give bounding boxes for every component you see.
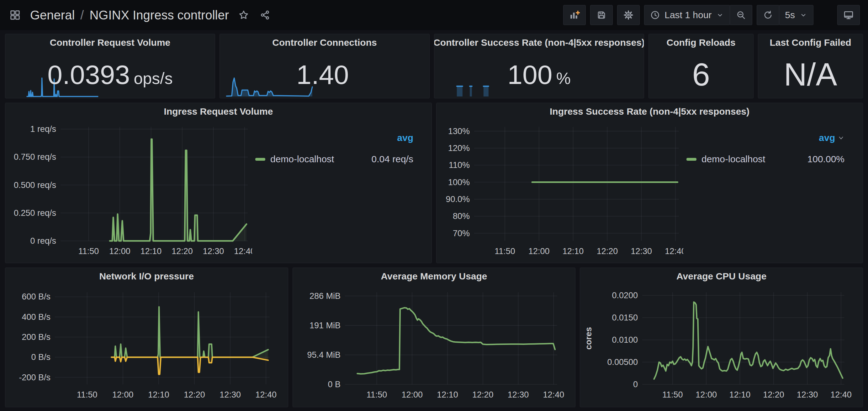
zoom-out-icon	[736, 10, 746, 20]
svg-text:12:30: 12:30	[203, 246, 224, 256]
panel-controller-connections: Controller Connections 1.40	[219, 34, 430, 98]
panel-title[interactable]: Average Memory Usage	[293, 268, 576, 285]
svg-text:12:30: 12:30	[507, 390, 529, 400]
svg-text:0 req/s: 0 req/s	[30, 236, 56, 246]
svg-text:600 B/s: 600 B/s	[22, 292, 51, 301]
svg-text:0.750 req/s: 0.750 req/s	[14, 152, 56, 162]
chevron-down-icon	[716, 11, 724, 19]
star-icon[interactable]	[237, 8, 250, 22]
svg-text:70%: 70%	[453, 229, 470, 238]
legend-column-avg[interactable]: avg	[255, 133, 413, 143]
svg-text:0.250 req/s: 0.250 req/s	[14, 208, 56, 218]
stat-body: 100%	[434, 51, 644, 98]
monitor-icon	[843, 10, 854, 20]
panel-title[interactable]: Controller Success Rate (non-4|5xx respo…	[434, 34, 644, 51]
svg-text:12:10: 12:10	[437, 390, 458, 400]
add-panel-button[interactable]	[563, 5, 586, 25]
refresh-interval-picker[interactable]: 5s	[779, 5, 813, 25]
series-name[interactable]: demo-localhost	[702, 154, 765, 165]
svg-text:130%: 130%	[448, 127, 470, 136]
svg-text:12:40: 12:40	[234, 246, 252, 256]
panel-title[interactable]: Average CPU Usage	[580, 268, 863, 285]
svg-text:12:40: 12:40	[830, 390, 852, 400]
svg-text:cores: cores	[584, 327, 593, 350]
dashboards-grid-icon[interactable]	[8, 8, 22, 22]
svg-text:200 B/s: 200 B/s	[22, 332, 51, 342]
legend-column-avg[interactable]: avg	[686, 133, 844, 143]
svg-text:0.0100: 0.0100	[612, 335, 638, 345]
ingress-success-rate-chart[interactable]: 11:5012:0012:1012:2012:3012:4070%80%90.0…	[438, 122, 683, 260]
svg-text:11:50: 11:50	[495, 246, 515, 256]
svg-text:12:30: 12:30	[219, 390, 241, 400]
svg-text:12:20: 12:20	[172, 246, 193, 256]
svg-text:11:50: 11:50	[366, 390, 387, 400]
svg-text:11:50: 11:50	[662, 390, 683, 400]
panel-controller-success-rate: Controller Success Rate (non-4|5xx respo…	[434, 34, 644, 98]
series-color-marker	[255, 158, 265, 161]
panel-config-reloads: Config Reloads 6	[649, 34, 753, 98]
svg-text:0.0200: 0.0200	[612, 291, 638, 300]
average-memory-chart[interactable]: 11:5012:0012:1012:2012:3012:400 B95.4 Mi…	[295, 287, 572, 404]
network-io-chart[interactable]: 11:5012:0012:1012:2012:3012:40-200 B/s0 …	[7, 287, 284, 404]
panel-title[interactable]: Config Reloads	[649, 34, 753, 51]
svg-text:0: 0	[633, 380, 638, 389]
ingress-request-volume-chart[interactable]: 11:5012:0012:1012:2012:3012:400 req/s0.2…	[7, 122, 252, 260]
svg-text:0.00500: 0.00500	[608, 357, 638, 367]
save-dashboard-button[interactable]	[590, 5, 613, 25]
svg-text:12:00: 12:00	[696, 390, 717, 400]
cycle-view-mode-button[interactable]	[837, 5, 860, 25]
panel-title[interactable]: Last Config Failed	[758, 34, 863, 51]
svg-text:12:10: 12:10	[141, 246, 162, 256]
share-icon[interactable]	[258, 8, 272, 22]
svg-text:120%: 120%	[448, 143, 470, 153]
panel-title[interactable]: Ingress Request Volume	[5, 103, 432, 120]
time-range-picker[interactable]: Last 1 hour	[644, 5, 730, 25]
svg-text:12:20: 12:20	[597, 246, 618, 256]
svg-text:0.500 req/s: 0.500 req/s	[14, 180, 56, 190]
series-avg-value: 0.04 req/s	[372, 154, 413, 165]
series-avg-value: 100.00%	[807, 154, 844, 165]
time-range-label: Last 1 hour	[664, 10, 712, 20]
panel-title[interactable]: Ingress Success Rate (non-4|5xx response…	[436, 103, 863, 120]
svg-text:12:00: 12:00	[528, 246, 550, 256]
zoom-out-button[interactable]	[730, 5, 752, 25]
clock-icon	[650, 10, 660, 20]
panel-ingress-request-volume: Ingress Request Volume 11:5012:0012:1012…	[5, 103, 432, 263]
stat-value: 0.0393ops/s	[48, 61, 173, 88]
svg-text:12:10: 12:10	[563, 246, 584, 256]
refresh-button[interactable]	[757, 5, 779, 25]
stat-value: N/A	[784, 59, 837, 91]
series-name[interactable]: demo-localhost	[270, 154, 334, 165]
refresh-interval-label: 5s	[785, 10, 795, 20]
top-nav: General / NGINX Ingress controller	[0, 0, 868, 30]
sort-chevron-icon	[838, 134, 844, 141]
stat-body: 0.0393ops/s	[5, 51, 215, 98]
panel-title[interactable]: Network I/O pressure	[5, 268, 288, 285]
dashboard-canvas: Controller Request Volume 0.0393ops/s Co…	[0, 30, 868, 411]
svg-text:0.0150: 0.0150	[612, 313, 638, 322]
svg-text:95.4 MiB: 95.4 MiB	[307, 350, 341, 359]
panel-average-memory-usage: Average Memory Usage 11:5012:0012:1012:2…	[292, 268, 576, 407]
svg-text:12:40: 12:40	[543, 390, 564, 400]
stat-value: 100%	[507, 61, 571, 88]
svg-text:12:00: 12:00	[401, 390, 423, 400]
svg-text:12:00: 12:00	[109, 246, 130, 256]
average-cpu-chart[interactable]: 11:5012:0012:1012:2012:3012:4000.005000.…	[582, 287, 859, 404]
svg-text:286 MiB: 286 MiB	[310, 291, 341, 301]
breadcrumb-folder[interactable]: General	[30, 8, 74, 22]
dashboard-settings-button[interactable]	[617, 5, 640, 25]
panel-title[interactable]: Controller Request Volume	[5, 34, 215, 51]
panel-title[interactable]: Controller Connections	[220, 34, 429, 51]
svg-text:12:40: 12:40	[665, 246, 683, 256]
legend: avg demo-localhost 0.04 req/s	[252, 122, 428, 260]
stat-body: N/A	[758, 51, 863, 98]
stat-body: 6	[649, 51, 753, 98]
svg-text:100%: 100%	[448, 178, 470, 187]
page-title[interactable]: NGINX Ingress controller	[89, 8, 229, 22]
legend: avg demo-localhost 100.00%	[683, 122, 859, 260]
legend-row: demo-localhost 0.04 req/s	[255, 154, 413, 165]
svg-text:12:20: 12:20	[184, 390, 205, 400]
svg-text:12:30: 12:30	[631, 246, 652, 256]
svg-text:12:00: 12:00	[112, 390, 133, 400]
stat-body: 1.40	[220, 51, 429, 98]
